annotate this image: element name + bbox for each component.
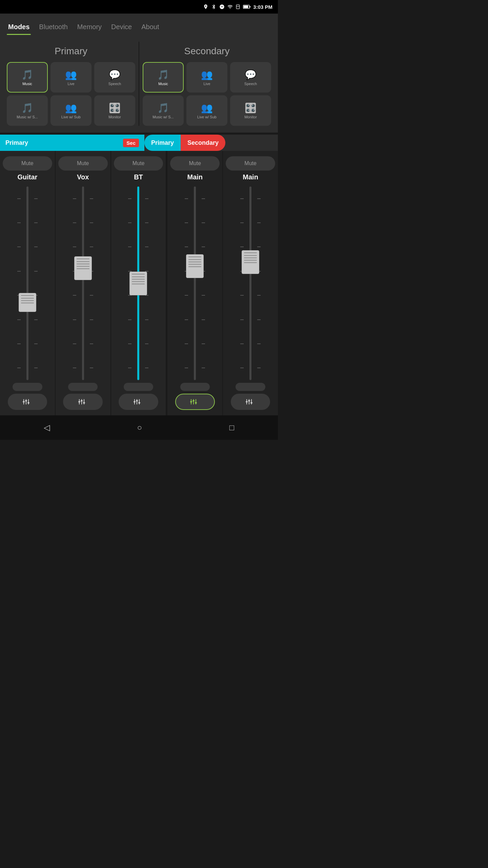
- svg-rect-13: [81, 399, 82, 405]
- svg-rect-34: [250, 402, 252, 403]
- guitar-mute-button[interactable]: Mute: [3, 156, 52, 171]
- guitar-fader-ticks: [17, 186, 38, 380]
- secondary-primary-btn[interactable]: Primary: [144, 135, 181, 151]
- mode-speech-sec-label: Speech: [244, 82, 257, 86]
- main1-bottom-controls: [170, 383, 220, 410]
- music-sub-icon: 🎵: [21, 102, 33, 114]
- guitar-fader-handle[interactable]: [19, 293, 36, 312]
- vox-eq-button[interactable]: [63, 394, 103, 410]
- mode-music-label: Music: [22, 82, 32, 86]
- music-note-icon: 🎵: [21, 69, 33, 80]
- mode-music-primary[interactable]: 🎵 Music: [7, 62, 48, 93]
- channel-vox: Mute Vox: [56, 151, 111, 415]
- back-button[interactable]: ◁: [36, 419, 58, 436]
- bluetooth-icon: [211, 4, 217, 9]
- live-sub-icon: 👥: [65, 102, 77, 114]
- svg-rect-30: [246, 401, 248, 402]
- vox-settings-oval[interactable]: [68, 383, 98, 391]
- home-button[interactable]: ○: [129, 419, 150, 436]
- mode-live-sub-primary[interactable]: 👥 Live w/ Sub: [50, 95, 92, 126]
- guitar-settings-oval[interactable]: [13, 383, 42, 391]
- music-note-icon-2: 🎵: [157, 69, 169, 80]
- sec-badge: Sec: [123, 139, 139, 147]
- main2-settings-oval[interactable]: [236, 383, 265, 391]
- mixer-section: Mute Guitar: [0, 151, 278, 415]
- channel-main2: Mute Main: [223, 151, 278, 415]
- tab-memory[interactable]: Memory: [76, 20, 103, 35]
- speech-icon: 💬: [109, 69, 121, 80]
- status-bar: 3:03 PM: [0, 0, 278, 14]
- mode-live-sub-label: Live w/ Sub: [61, 115, 81, 119]
- svg-rect-15: [84, 399, 84, 405]
- main2-mute-button[interactable]: Mute: [226, 156, 275, 171]
- main1-settings-oval[interactable]: [180, 383, 210, 391]
- svg-rect-9: [28, 399, 29, 405]
- svg-rect-24: [190, 401, 192, 402]
- bt-mute-button[interactable]: Mute: [114, 156, 163, 171]
- mode-speech-primary[interactable]: 💬 Speech: [94, 62, 135, 93]
- vox-fader-ticks: [73, 186, 93, 380]
- recent-button[interactable]: □: [221, 419, 243, 436]
- mode-live-secondary[interactable]: 👥 Live: [186, 62, 227, 93]
- tab-about[interactable]: About: [140, 20, 160, 35]
- svg-rect-26: [192, 400, 195, 401]
- music-sub-icon-2: 🎵: [157, 102, 169, 114]
- main2-fader-handle[interactable]: [242, 250, 259, 274]
- bt-fader[interactable]: [114, 186, 163, 380]
- svg-rect-0: [237, 5, 240, 9]
- vox-fader-handle[interactable]: [74, 256, 92, 280]
- mode-monitor-secondary[interactable]: 🎛️ Monitor: [230, 95, 271, 126]
- main2-fader[interactable]: [226, 186, 275, 380]
- svg-rect-3: [244, 5, 248, 8]
- primary-toggle[interactable]: Primary Sec: [0, 135, 144, 151]
- channel-guitar: Mute Guitar: [0, 151, 56, 415]
- tab-bluetooth[interactable]: Bluetooth: [38, 20, 69, 35]
- vox-label: Vox: [77, 173, 89, 181]
- svg-rect-10: [27, 402, 29, 403]
- bt-settings-oval[interactable]: [124, 383, 153, 391]
- mode-speech-label: Speech: [108, 82, 121, 86]
- channel-bt: Mute BT: [111, 151, 167, 415]
- tab-modes[interactable]: Modes: [7, 20, 31, 35]
- secondary-toggle: Primary Secondary: [144, 135, 278, 151]
- mode-music-sub-primary[interactable]: 🎵 Music w/ S...: [7, 95, 48, 126]
- svg-rect-21: [139, 399, 140, 405]
- svg-rect-7: [26, 399, 26, 405]
- donotdisturb-icon: [219, 4, 225, 9]
- secondary-mode-column: Secondary 🎵 Music 👥 Live 💬 Speech: [143, 42, 271, 126]
- battery-icon: [243, 4, 250, 9]
- mode-monitor-primary[interactable]: 🎛️ Monitor: [94, 95, 135, 126]
- svg-rect-31: [249, 399, 249, 405]
- svg-rect-32: [248, 400, 250, 401]
- channel-main1: Mute Main: [167, 151, 223, 415]
- main1-eq-button[interactable]: [175, 394, 215, 410]
- mode-live-primary[interactable]: 👥 Live: [50, 62, 92, 93]
- eq-sliders-icon-3: [134, 398, 143, 405]
- mode-section: Primary 🎵 Music 👥 Live 💬 Sp: [0, 35, 278, 133]
- eq-sliders-icon: [23, 398, 32, 405]
- bt-label: BT: [134, 173, 143, 181]
- secondary-secondary-btn[interactable]: Secondary: [181, 135, 225, 151]
- mode-live-sub-secondary[interactable]: 👥 Live w/ Sub: [186, 95, 227, 126]
- vox-fader[interactable]: [58, 186, 108, 380]
- main2-eq-button[interactable]: [231, 394, 270, 410]
- guitar-eq-button[interactable]: [8, 394, 47, 410]
- mode-music-secondary[interactable]: 🎵 Music: [143, 62, 184, 93]
- main1-label: Main: [187, 173, 203, 181]
- toggle-bar: Primary Sec Primary Secondary: [0, 135, 278, 151]
- main1-mute-button[interactable]: Mute: [170, 156, 220, 171]
- main2-fader-ticks: [240, 186, 261, 380]
- mode-speech-secondary[interactable]: 💬 Speech: [230, 62, 271, 93]
- mode-music-sub-secondary[interactable]: 🎵 Music w/ S...: [143, 95, 184, 126]
- primary-column-label: Primary: [7, 42, 135, 62]
- main1-fader-ticks: [185, 186, 205, 380]
- main1-fader[interactable]: [170, 186, 220, 380]
- tab-device[interactable]: Device: [110, 20, 133, 35]
- svg-rect-28: [195, 402, 197, 403]
- vox-mute-button[interactable]: Mute: [58, 156, 108, 171]
- bt-fader-handle[interactable]: [129, 272, 147, 295]
- mode-live-label: Live: [67, 82, 74, 86]
- main1-fader-handle[interactable]: [186, 254, 204, 278]
- bt-eq-button[interactable]: [119, 394, 158, 410]
- guitar-fader[interactable]: [3, 186, 52, 380]
